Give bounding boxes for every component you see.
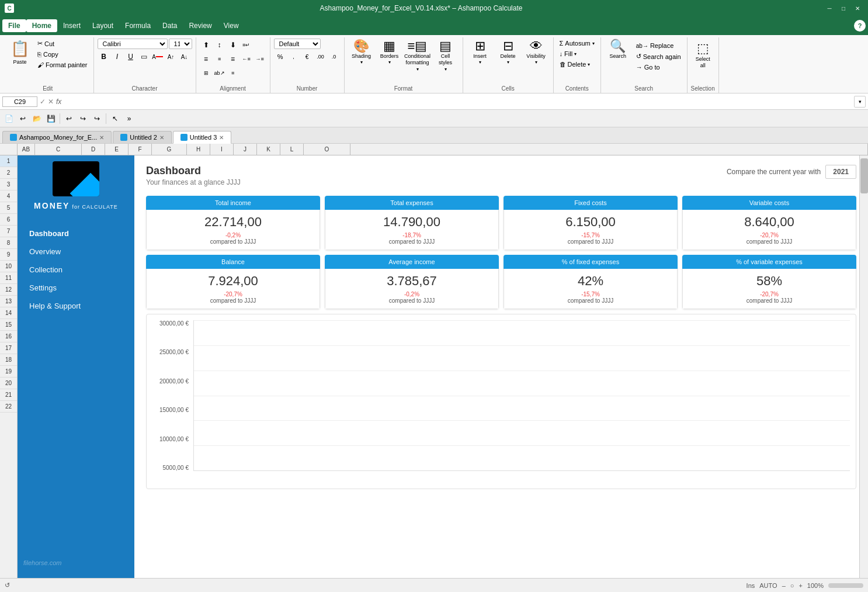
decrease-dec-button[interactable]: .0 [328,50,341,63]
paste-button[interactable]: 📋 Paste [6,39,34,66]
nav-collection[interactable]: Collection [18,261,134,279]
compare-year[interactable]: 2021 [825,165,856,179]
align-justify-button[interactable]: ≡ [227,67,239,79]
delete-button[interactable]: ⊟ Delete ▾ [495,39,522,66]
percent-button[interactable]: % [274,50,287,63]
menu-insert[interactable]: Insert [57,19,86,32]
nav-dashboard[interactable]: Dashboard [18,224,134,243]
merge-button[interactable]: ⊞ [200,67,213,79]
chart-area [193,320,850,471]
ribbon-group-number: Default % , € .00 .0 Number [270,37,345,93]
align-top-button[interactable]: ⬆ [200,39,213,51]
decrease-font-button[interactable]: A↓ [178,50,191,63]
nav-settings[interactable]: Settings [18,279,134,297]
stats-row-2: Balance 7.924,00 -20,7% compared to JJJJ… [146,255,856,309]
select-mode-button[interactable]: ↖ [109,112,121,125]
formula-input[interactable] [64,97,852,106]
visibility-button[interactable]: 👁 Visibility ▾ [523,39,550,66]
zoom-out-button[interactable]: + [798,582,802,589]
goto-button[interactable]: →Go to [634,63,683,72]
tab-close-3[interactable]: ✕ [219,134,224,141]
dashboard-title: Dashboard [146,165,241,177]
col-header-g: G [152,144,187,155]
underline-button[interactable]: U [124,50,137,63]
logo-stripe [70,173,99,196]
undo2-button[interactable]: ↩ [63,112,75,125]
vertical-scrollbar[interactable] [859,155,868,578]
redo2-button[interactable]: ↪ [91,112,103,125]
align-center-button[interactable]: ≡ [213,53,226,65]
menu-file[interactable]: File [2,19,26,32]
increase-font-button[interactable]: A↑ [165,50,178,63]
row-num-14: 14 [0,307,17,319]
stat-header-variable-costs: Variable costs [682,196,856,210]
stat-value-avg-income: 3.785,67 [330,274,494,289]
menu-formula[interactable]: Formula [119,19,157,32]
tab-close-2[interactable]: ✕ [159,134,164,141]
open-button[interactable]: 📂 [30,112,43,125]
restore-button[interactable]: □ [838,2,849,14]
cut-button[interactable]: ✂Cut [35,39,90,49]
font-color-button[interactable]: A [151,50,164,63]
font-name-select[interactable]: Calibri [98,39,168,49]
more-tools-button[interactable]: » [123,112,136,125]
menu-layout[interactable]: Layout [86,19,119,32]
autosum-button[interactable]: ΣAutosum▾ [557,39,597,48]
fill-button[interactable]: ↓Fill▾ [557,49,597,58]
nav-help[interactable]: Help & Support [18,297,134,315]
font-size-select[interactable]: 11 [169,39,192,49]
indent-dec-button[interactable]: ←≡ [240,53,253,65]
compare-label: Compare the current year with [727,168,821,176]
copy-button[interactable]: ⎘Copy [35,50,90,59]
menu-data[interactable]: Data [157,19,183,32]
delete-contents-button[interactable]: 🗑Delete▾ [557,60,597,69]
new-button[interactable]: 📄 [2,112,15,125]
redo-button[interactable]: ↪ [77,112,89,125]
align-left-button[interactable]: ≡ [200,53,213,65]
horizontal-scrollbar[interactable] [828,583,863,588]
replace-button[interactable]: ab→Replace [634,41,683,50]
menu-view[interactable]: View [218,19,245,32]
thousands-button[interactable]: , [287,50,300,63]
tab-file3[interactable]: Untitled 3 ✕ [173,131,231,144]
borders-button[interactable]: ▦ Borders ▾ [376,39,403,66]
cell-styles-button[interactable]: ▤ Cellstyles ▾ [432,39,459,73]
bold-button[interactable]: B [98,50,110,63]
tab-label-1: Ashampoo_Money_for_E... [19,134,97,141]
search-button[interactable]: 🔍 Search [605,39,631,60]
help-icon[interactable]: ? [854,20,866,32]
select-all-button[interactable]: ⬚ Selectall [691,39,715,71]
conditional-formatting-button[interactable]: ≡▤ Conditionalformatting ▾ [404,39,431,73]
menu-review[interactable]: Review [183,19,217,32]
tab-close-1[interactable]: ✕ [99,134,104,141]
close-button[interactable]: ✕ [852,2,863,14]
search-again-button[interactable]: ↺Search again [634,51,683,61]
cell-ref-input[interactable] [2,96,37,107]
tab-file1[interactable]: Ashampoo_Money_for_E... ✕ [2,131,112,143]
window-controls[interactable]: ─ □ ✕ [824,2,863,14]
indent-inc-button[interactable]: →≡ [254,53,266,65]
italic-button[interactable]: I [111,50,124,63]
nav-overview[interactable]: Overview [18,243,134,261]
wrap-text-button[interactable]: ≡↵ [240,39,253,51]
row-num-3: 3 [0,179,17,191]
minimize-button[interactable]: ─ [824,2,835,14]
align-middle-button[interactable]: ↕ [213,39,226,51]
scroll-thumb[interactable] [860,158,868,193]
currency-button[interactable]: € [301,50,314,63]
undo-button[interactable]: ↩ [16,112,29,125]
formula-expand-button[interactable]: ▾ [854,96,866,108]
menu-home[interactable]: Home [26,19,57,32]
orientation-button[interactable]: ab↗ [213,67,226,79]
save-button[interactable]: 💾 [44,112,57,125]
format-painter-button[interactable]: 🖌Format painter [35,60,90,70]
align-right-button[interactable]: ≡ [227,53,239,65]
shading-button[interactable]: 🎨 Shading ▾ [348,39,375,66]
number-format-select[interactable]: Default [274,39,321,49]
increase-dec-button[interactable]: .00 [314,50,327,63]
insert-button[interactable]: ⊞ Insert ▾ [467,39,494,66]
stat-value-pct-variable: 58% [688,274,851,289]
align-bottom-button[interactable]: ⬇ [227,39,239,51]
tab-file2[interactable]: Untitled 2 ✕ [113,131,171,143]
border-button[interactable]: ▭ [138,50,151,63]
